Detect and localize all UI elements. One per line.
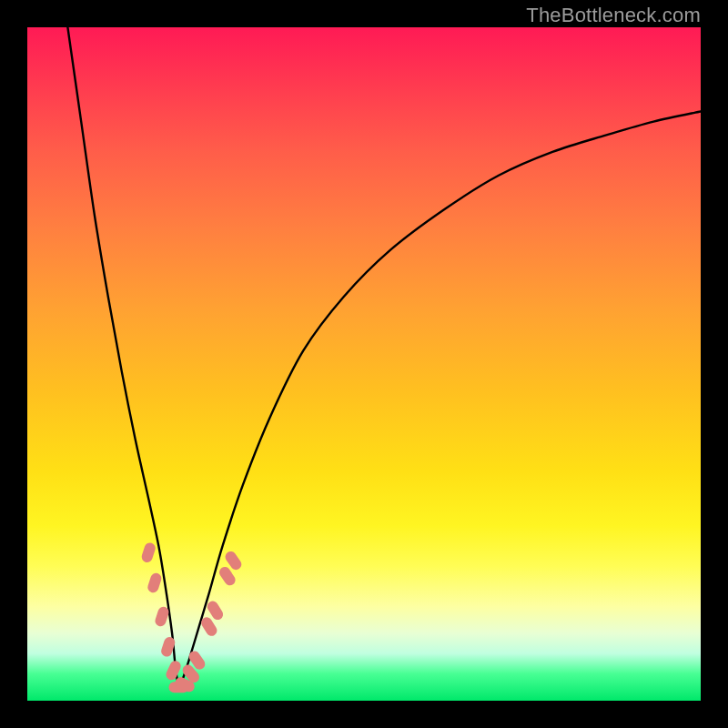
plot-area [27,27,701,701]
marker-pill [160,635,177,658]
marker-pill [140,541,157,564]
marker-pill [147,571,163,594]
marker-pill [154,605,170,628]
watermark-text: TheBottleneck.com [526,4,701,27]
highlighted-markers [27,27,701,701]
outer-frame: TheBottleneck.com [0,0,728,728]
